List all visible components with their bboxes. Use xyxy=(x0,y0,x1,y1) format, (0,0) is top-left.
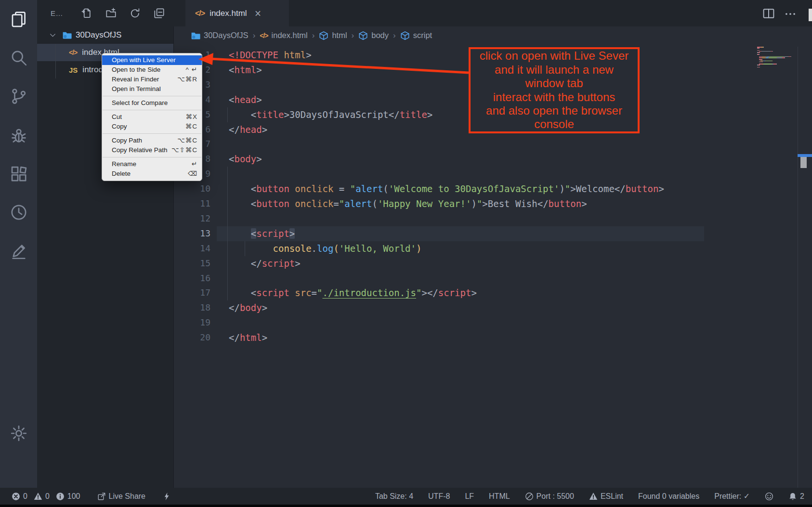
symbol-cube-icon xyxy=(358,31,368,40)
line-number: 10 xyxy=(173,182,210,196)
annotation-line: interact with the buttons xyxy=(471,91,638,104)
split-editor-icon[interactable] xyxy=(762,7,775,20)
menu-item-copy[interactable]: Copy⌘C xyxy=(102,122,202,131)
menu-item-copy-relative-path[interactable]: Copy Relative Path⌥⇧⌘C xyxy=(102,145,202,155)
folder-row-30daysofjs[interactable]: 30DaysOfJS xyxy=(37,26,173,44)
pen-icon[interactable] xyxy=(0,232,37,270)
files-icon[interactable] xyxy=(0,0,37,39)
html-file-icon: </> xyxy=(260,32,268,39)
status-label: Found 0 variables xyxy=(638,492,699,501)
explorer-title: E… xyxy=(51,9,63,17)
code-line-10[interactable]: 10 <button onclick = "alert('Welcome to … xyxy=(173,182,798,196)
breadcrumb-item-body[interactable]: body xyxy=(358,31,389,40)
minimap-line xyxy=(757,54,760,55)
window-edge-highlight xyxy=(809,9,812,21)
code-line-7[interactable]: 7 xyxy=(173,137,798,152)
new-file-icon[interactable] xyxy=(81,8,92,19)
more-actions-icon[interactable] xyxy=(784,8,797,20)
tab-index-html[interactable]: </> index.html × xyxy=(185,0,289,26)
status-item-html[interactable]: HTML xyxy=(489,492,510,501)
status-label: 100 xyxy=(67,492,80,501)
code-line-9[interactable]: 9 xyxy=(173,167,798,182)
code-line-17[interactable]: 17 <script src="./introduction.js"></scr… xyxy=(173,286,798,300)
code-line-18[interactable]: 18</body> xyxy=(173,300,798,315)
menu-item-shortcut: ⌫ xyxy=(188,169,197,179)
refresh-icon[interactable] xyxy=(130,8,141,19)
annotation-line: and also open the browser xyxy=(471,104,638,117)
breadcrumb-item-html[interactable]: html xyxy=(319,31,347,40)
extensions-icon[interactable] xyxy=(0,155,37,193)
menu-item-copy-path[interactable]: Copy Path⌥⌘C xyxy=(102,136,202,145)
status-item-live-share[interactable]: Live Share xyxy=(97,492,146,501)
debug-icon[interactable] xyxy=(0,116,37,155)
breadcrumb-item-index.html[interactable]: </>index.html xyxy=(260,31,307,40)
code-text: <!DOCTYPE html> xyxy=(229,48,312,63)
tree-indent-guide xyxy=(55,44,56,78)
breadcrumb-item-30DaysOfJS[interactable]: 30DaysOfJS xyxy=(191,31,249,40)
status-item-prettier-[interactable]: Prettier: ✓ xyxy=(714,492,750,501)
code-line-8[interactable]: 8<body> xyxy=(173,152,798,167)
code-line-15[interactable]: 15 </script> xyxy=(173,256,798,271)
minimap-divider xyxy=(798,47,798,488)
menu-item-reveal-in-finder[interactable]: Reveal in Finder⌥⌘R xyxy=(102,75,202,84)
status-item-2[interactable]: 2 xyxy=(788,492,804,501)
code-line-16[interactable]: 16 xyxy=(173,271,798,286)
line-number: 14 xyxy=(173,241,210,256)
code-line-12[interactable]: 12 xyxy=(173,211,798,226)
js-file-icon: JS xyxy=(69,66,78,74)
status-item-100[interactable]: 100 xyxy=(56,492,80,501)
status-item-smiley[interactable] xyxy=(765,492,773,501)
code-text: </head> xyxy=(229,122,267,137)
status-label: LF xyxy=(465,492,474,501)
menu-item-rename[interactable]: Rename↵ xyxy=(102,159,202,169)
status-item-eslint[interactable]: ESLint xyxy=(589,492,623,501)
status-item-port-5500[interactable]: Port : 5500 xyxy=(525,492,574,501)
new-folder-icon[interactable] xyxy=(105,8,117,19)
source-control-icon[interactable] xyxy=(0,77,37,116)
collapse-all-icon[interactable] xyxy=(154,8,165,19)
menu-separator xyxy=(103,96,201,96)
chevron-down-icon xyxy=(49,31,57,39)
code-line-11[interactable]: 11 <button onclick="alert('Happy New Yea… xyxy=(173,196,798,211)
breadcrumb-item-script[interactable]: script xyxy=(400,31,432,40)
code-text: <script src="./introduction.js"></script… xyxy=(229,286,477,300)
code-line-13[interactable]: 13 <script> xyxy=(173,226,798,241)
status-item-0[interactable]: 0 xyxy=(34,492,50,501)
minimap-line xyxy=(757,52,760,53)
menu-item-shortcut: ⌥⌘R xyxy=(177,75,197,84)
status-label: ESLint xyxy=(601,492,623,501)
menu-item-open-with-live-server[interactable]: Open with Live Server xyxy=(102,55,202,65)
status-item-bolt[interactable] xyxy=(162,492,171,501)
menu-item-cut[interactable]: Cut⌘X xyxy=(102,112,202,122)
folder-icon xyxy=(62,30,72,40)
code-line-19[interactable]: 19 xyxy=(173,315,798,330)
code-line-14[interactable]: 14 console.log('Hello, World') xyxy=(173,241,798,256)
code-line-20[interactable]: 20</html> xyxy=(173,330,798,345)
status-item-lf[interactable]: LF xyxy=(465,492,474,501)
status-item-0[interactable]: 0 xyxy=(12,492,27,501)
search-icon[interactable] xyxy=(0,39,37,77)
scrollbar-thumb[interactable] xyxy=(800,157,807,168)
status-bar: 00100Live Share Tab Size: 4UTF-8LFHTMLPo… xyxy=(0,488,812,505)
status-item-found-0-variables[interactable]: Found 0 variables xyxy=(638,492,699,501)
menu-item-select-for-compare[interactable]: Select for Compare xyxy=(102,98,202,108)
history-icon[interactable] xyxy=(0,193,37,232)
status-label: Tab Size: 4 xyxy=(375,492,413,501)
menu-item-shortcut: ⌥⌘C xyxy=(177,136,197,145)
status-item-utf-8[interactable]: UTF-8 xyxy=(428,492,450,501)
status-item-tab-size-4[interactable]: Tab Size: 4 xyxy=(375,492,413,501)
code-text: <head> xyxy=(229,92,262,107)
folder-label: 30DaysOfJS xyxy=(76,30,121,40)
menu-item-open-to-the-side[interactable]: Open to the Side^ ↵ xyxy=(102,65,202,75)
status-label: UTF-8 xyxy=(428,492,450,501)
menu-item-delete[interactable]: Delete⌫ xyxy=(102,169,202,179)
menu-item-open-in-terminal[interactable]: Open in Terminal xyxy=(102,84,202,94)
gear-icon[interactable] xyxy=(0,414,37,453)
minimap-line xyxy=(757,67,760,68)
minimap[interactable] xyxy=(754,47,797,71)
close-icon[interactable]: × xyxy=(255,9,261,18)
line-number: 18 xyxy=(173,300,210,315)
annotation-line: window tab xyxy=(471,77,638,90)
status-label: 2 xyxy=(800,492,804,501)
breadcrumb-separator: › xyxy=(393,31,396,40)
